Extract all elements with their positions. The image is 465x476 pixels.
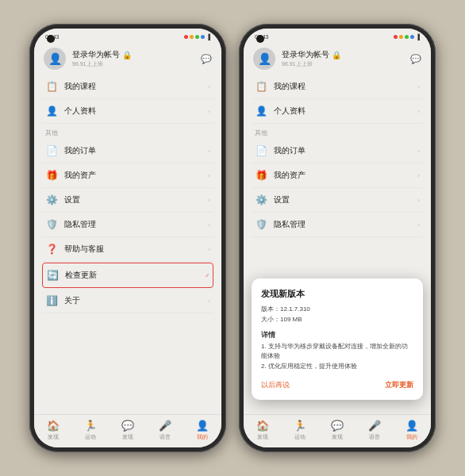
courses-icon-1: 📋 (45, 80, 58, 93)
dot-red-1 (184, 35, 188, 39)
orders-icon-2: 📄 (255, 144, 267, 157)
dialog-title: 发现新版本 (261, 288, 413, 300)
header-title-text-1: 登录华为帐号 (72, 49, 120, 60)
camera-cutout-2 (256, 35, 264, 43)
phone-2: 09:43 ▐ 👤 登录华为帐号 🔒 (239, 24, 436, 452)
nav-sport-icon-1: 🏃 (84, 420, 97, 432)
dot-red-2 (394, 35, 398, 39)
dot-blue-2 (410, 35, 414, 39)
phone-1-screen: 09:43 ▐ 👤 登录华为帐号 🔒 (34, 29, 221, 447)
dot-yellow-2 (399, 35, 403, 39)
nav-sport-2[interactable]: 🏃 运动 (294, 420, 306, 441)
nav-voice-1[interactable]: 🎤 语音 (159, 420, 171, 441)
profile-icon-2: 👤 (255, 105, 267, 117)
nav-me-icon-1: 👤 (196, 420, 209, 432)
update-icon-1: 🔄 (46, 269, 59, 282)
menu-list-1: 📋 我的课程 › 👤 个人资料 › 其他 📄 我的订单 › (34, 75, 221, 414)
menu-item-profile-2[interactable]: 👤 个人资料 › (252, 99, 423, 124)
update-dialog: 发现新版本 版本：12.1.7.310 大小：109 MB 详情 1. 支持与华… (252, 278, 423, 400)
nav-voice-icon-2: 🎤 (368, 420, 381, 432)
dot-green-2 (405, 35, 409, 39)
menu-item-privacy-1[interactable]: 🛡️ 隐私管理 › (42, 213, 213, 237)
menu-item-assets-1[interactable]: 🎁 我的资产 › (42, 163, 213, 188)
assets-icon-2: 🎁 (255, 169, 267, 182)
battery-icon-1: ▐ (206, 34, 210, 40)
avatar-1: 👤 (44, 48, 66, 70)
dialog-version: 版本：12.1.7.310 (261, 305, 413, 315)
dialog-detail-1: 1. 支持与华为移步穿戴设备配对连接，增加全新的功能体验 (261, 342, 413, 363)
bottom-nav-2: 🏠 发现 🏃 运动 💬 发现 🎤 语音 👤 我的 (244, 414, 431, 447)
nav-home-icon-2: 🏠 (256, 420, 269, 432)
message-icon-1[interactable]: 💬 (201, 54, 212, 64)
status-bar-1: 09:43 ▐ (34, 29, 221, 43)
status-icons-2: ▐ (394, 34, 420, 40)
privacy-icon-2: 🛡️ (255, 218, 267, 231)
phone-1: 09:43 ▐ 👤 登录华为帐号 🔒 (29, 24, 226, 452)
privacy-icon-1: 🛡️ (45, 218, 58, 231)
header-subtitle-2: 96.91上上班 (282, 60, 404, 68)
settings-icon-2: ⚙️ (255, 194, 267, 206)
menu-item-courses-1[interactable]: 📋 我的课程 › (42, 75, 213, 99)
phone-2-body: 09:43 ▐ 👤 登录华为帐号 🔒 (239, 24, 436, 452)
help-icon-1: ❓ (45, 243, 58, 255)
menu-item-update-1[interactable]: 🔄 检查更新 ♂ (42, 263, 213, 288)
menu-item-profile-1[interactable]: 👤 个人资料 › (42, 99, 213, 124)
dialog-size: 大小：109 MB (261, 315, 413, 325)
header-title-2[interactable]: 登录华为帐号 🔒 (282, 49, 404, 60)
menu-item-orders-2[interactable]: 📄 我的订单 › (252, 139, 423, 163)
nav-voice-icon-1: 🎤 (159, 420, 171, 432)
menu-item-assets-2[interactable]: 🎁 我的资产 › (252, 163, 423, 188)
app-header-1: 👤 登录华为帐号 🔒 96.91上上班 💬 (34, 43, 221, 75)
nav-chat-icon-1: 💬 (121, 420, 134, 432)
nav-sport-icon-2: 🏃 (294, 420, 306, 432)
status-icons-1: ▐ (184, 34, 210, 40)
nav-discover-2[interactable]: 🏠 发现 (256, 420, 269, 441)
menu-item-courses-2[interactable]: 📋 我的课程 › (252, 75, 423, 99)
battery-icon-2: ▐ (416, 34, 420, 40)
nav-me-icon-2: 👤 (405, 420, 418, 432)
menu-item-orders-1[interactable]: 📄 我的订单 › (42, 139, 213, 163)
bottom-nav-1: 🏠 发现 🏃 运动 💬 发现 🎤 语音 👤 我的 (34, 414, 221, 447)
orders-icon-1: 📄 (45, 144, 58, 157)
avatar-2: 👤 (253, 48, 275, 70)
settings-icon-1: ⚙️ (45, 194, 58, 206)
nav-chat-icon-2: 💬 (331, 420, 344, 432)
menu-item-about-1[interactable]: ℹ️ 关于 › (42, 289, 213, 313)
menu-item-settings-1[interactable]: ⚙️ 设置 › (42, 188, 213, 213)
status-bar-2: 09:43 ▐ (244, 29, 431, 43)
dialog-detail-2: 2. 优化应用稳定性，提升使用体验 (261, 362, 413, 372)
dot-green-1 (195, 35, 199, 39)
header-title-text-2: 登录华为帐号 (282, 49, 329, 60)
profile-icon-1: 👤 (45, 105, 58, 117)
assets-icon-1: 🎁 (45, 169, 58, 182)
camera-cutout-1 (47, 35, 55, 43)
message-icon-2[interactable]: 💬 (410, 54, 421, 64)
nav-chat-1[interactable]: 💬 发现 (121, 420, 134, 441)
nav-chat-2[interactable]: 💬 发现 (331, 420, 344, 441)
dialog-actions: 以后再说 立即更新 (261, 380, 413, 390)
header-text-2: 登录华为帐号 🔒 96.91上上班 (282, 49, 404, 68)
dialog-later-button[interactable]: 以后再说 (261, 380, 290, 390)
avatar-icon-1: 👤 (48, 52, 62, 65)
about-icon-1: ℹ️ (45, 294, 58, 307)
nav-voice-2[interactable]: 🎤 语音 (368, 420, 381, 441)
menu-item-settings-2[interactable]: ⚙️ 设置 › (252, 188, 423, 213)
section-other-1: 其他 (42, 124, 213, 139)
dialog-update-button[interactable]: 立即更新 (385, 380, 413, 390)
nav-discover-1[interactable]: 🏠 发现 (47, 420, 60, 441)
nav-me-1[interactable]: 👤 我的 (196, 420, 209, 441)
section-other-2: 其他 (252, 124, 423, 139)
menu-item-privacy-2[interactable]: 🛡️ 隐私管理 › (252, 213, 423, 237)
phone-2-screen: 09:43 ▐ 👤 登录华为帐号 🔒 (244, 29, 431, 447)
nav-home-icon-1: 🏠 (47, 420, 60, 432)
dialog-details-label: 详情 (261, 330, 413, 340)
nav-sport-1[interactable]: 🏃 运动 (84, 420, 97, 441)
header-title-1[interactable]: 登录华为帐号 🔒 (72, 49, 194, 60)
menu-item-help-1[interactable]: ❓ 帮助与客服 › (42, 237, 213, 262)
nav-me-2[interactable]: 👤 我的 (405, 420, 418, 441)
lock-icon-2: 🔒 (332, 51, 341, 60)
lock-icon-1: 🔒 (122, 51, 132, 60)
app-header-2: 👤 登录华为帐号 🔒 96.91上上班 💬 (244, 43, 431, 75)
header-subtitle-1: 96.91上上班 (72, 60, 194, 68)
dot-blue-1 (201, 35, 205, 39)
